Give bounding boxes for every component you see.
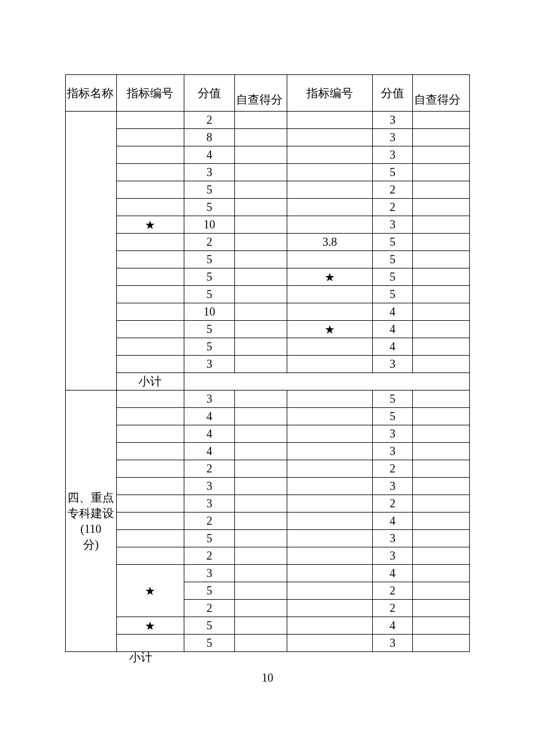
- s1-code-b-6: [287, 216, 373, 234]
- s2-code-a-0: [116, 390, 184, 408]
- section2-name: 四、重点专科建设(110分): [66, 390, 117, 652]
- s1-subtotal-label: 小计: [116, 373, 184, 390]
- s1-self-a-4: [235, 181, 287, 199]
- s1-score-a-13: 5: [184, 338, 235, 356]
- s1-code-b-13: [287, 338, 373, 356]
- s2-score-b-0: 5: [372, 390, 412, 408]
- s1-code-b-1: [287, 129, 373, 146]
- hanging-subtotal: 小计: [129, 650, 152, 665]
- s2-self-b-5: [413, 478, 470, 495]
- s2-score-a-6: 3: [184, 495, 235, 513]
- s2-code-b-5: [287, 478, 373, 495]
- s2-code-a-4: [116, 460, 184, 478]
- s2-self-a-5: [235, 478, 287, 495]
- s2-code-b-2: [287, 425, 373, 443]
- s2-self-b-9: [413, 547, 470, 565]
- s1-code-a-13: [116, 338, 184, 356]
- s1-code-b-14: [287, 356, 373, 373]
- s2-code-b-14: [287, 635, 373, 652]
- s2-code-a-9: [116, 547, 184, 565]
- s2-self-b-11: [413, 582, 470, 600]
- s2-self-a-12: [235, 600, 287, 617]
- header-c2: 指标编号: [116, 75, 184, 112]
- header-c3: 分值: [184, 75, 235, 112]
- s2-score-b-10: 4: [372, 565, 412, 582]
- s1-score-a-8: 5: [184, 251, 235, 268]
- s2-self-a-6: [235, 495, 287, 513]
- page-number: 10: [0, 671, 535, 685]
- s1-code-a-11: [116, 303, 184, 321]
- s2-self-a-3: [235, 443, 287, 460]
- s2-score-b-2: 3: [372, 425, 412, 443]
- s2-score-a-14: 5: [184, 635, 235, 652]
- s2-self-a-1: [235, 408, 287, 425]
- s1-self-b-0: [413, 112, 470, 129]
- s2-self-a-8: [235, 530, 287, 547]
- s2-code-b-3: [287, 443, 373, 460]
- s2-code-b-4: [287, 460, 373, 478]
- evaluation-table: 指标名称指标编号分值自查得分指标编号分值自查得分238343355252★103…: [65, 74, 470, 652]
- s1-self-a-6: [235, 216, 287, 234]
- s2-self-b-4: [413, 460, 470, 478]
- s1-self-a-7: [235, 234, 287, 251]
- s2-self-b-0: [413, 390, 470, 408]
- s1-code-a-6: ★: [116, 216, 184, 234]
- s1-self-a-10: [235, 286, 287, 303]
- s2-code-b-11: [287, 582, 373, 600]
- s2-code-a-3: [116, 443, 184, 460]
- s1-code-b-10: [287, 286, 373, 303]
- s2-code-b-8: [287, 530, 373, 547]
- s2-code-a-1: [116, 408, 184, 425]
- s1-score-b-1: 3: [372, 129, 412, 146]
- s2-code-b-10: [287, 565, 373, 582]
- s2-code-b-9: [287, 547, 373, 565]
- s2-self-b-3: [413, 443, 470, 460]
- s1-score-b-2: 3: [372, 146, 412, 164]
- s2-code-b-12: [287, 600, 373, 617]
- s2-score-b-14: 3: [372, 635, 412, 652]
- s2-score-b-9: 3: [372, 547, 412, 565]
- s1-self-a-2: [235, 146, 287, 164]
- s2-self-b-13: [413, 617, 470, 635]
- s1-self-a-9: [235, 268, 287, 286]
- s2-self-a-4: [235, 460, 287, 478]
- s1-self-a-14: [235, 356, 287, 373]
- s1-self-b-10: [413, 286, 470, 303]
- s2-score-b-12: 2: [372, 600, 412, 617]
- s2-code-a-5: [116, 478, 184, 495]
- s2-self-b-10: [413, 565, 470, 582]
- s2-self-b-12: [413, 600, 470, 617]
- s2-code-a-13: ★: [116, 617, 184, 635]
- s1-code-a-0: [116, 112, 184, 129]
- s1-code-a-4: [116, 181, 184, 199]
- s1-score-b-6: 3: [372, 216, 412, 234]
- s1-code-b-3: [287, 164, 373, 181]
- s2-code-b-1: [287, 408, 373, 425]
- s2-score-b-6: 2: [372, 495, 412, 513]
- s1-score-a-10: 5: [184, 286, 235, 303]
- s2-self-a-7: [235, 513, 287, 530]
- s1-score-a-11: 10: [184, 303, 235, 321]
- s1-code-a-14: [116, 356, 184, 373]
- s1-self-b-6: [413, 216, 470, 234]
- s2-self-a-2: [235, 425, 287, 443]
- s1-score-b-4: 2: [372, 181, 412, 199]
- s1-score-a-0: 2: [184, 112, 235, 129]
- s2-score-a-4: 2: [184, 460, 235, 478]
- s2-self-a-0: [235, 390, 287, 408]
- s2-score-a-0: 3: [184, 390, 235, 408]
- s1-self-b-12: [413, 321, 470, 338]
- s1-code-a-1: [116, 129, 184, 146]
- s2-self-a-14: [235, 635, 287, 652]
- s1-self-a-13: [235, 338, 287, 356]
- s2-self-a-13: [235, 617, 287, 635]
- s1-self-a-1: [235, 129, 287, 146]
- s1-code-a-9: [116, 268, 184, 286]
- s2-code-a-2: [116, 425, 184, 443]
- s2-score-b-7: 4: [372, 513, 412, 530]
- s1-code-b-2: [287, 146, 373, 164]
- header-c4: 自查得分: [235, 75, 287, 112]
- s2-score-a-7: 2: [184, 513, 235, 530]
- s2-score-b-13: 4: [372, 617, 412, 635]
- s1-code-b-9: ★: [287, 268, 373, 286]
